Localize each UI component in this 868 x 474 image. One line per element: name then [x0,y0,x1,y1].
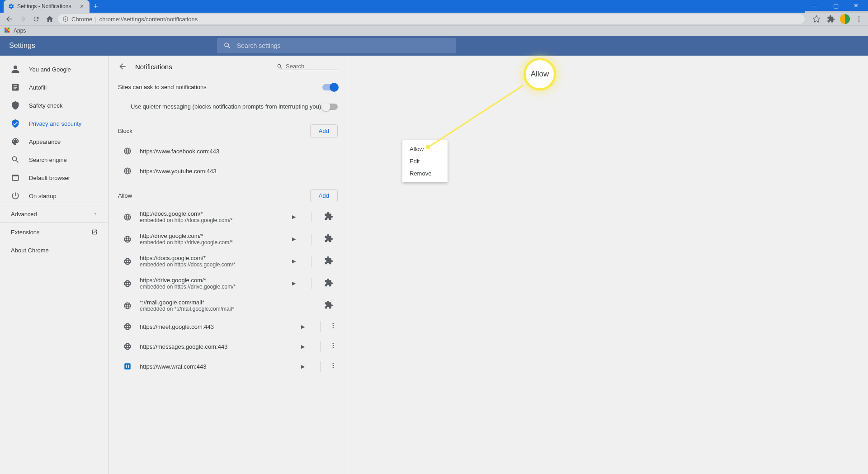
allow-site-row: https://drive.google.com/*embedded on ht… [109,272,347,294]
profile-avatar[interactable] [840,14,850,24]
svg-point-5 [333,327,334,328]
more-button[interactable] [329,322,338,332]
forward-button[interactable] [17,14,28,24]
toggle-sites-can-ask[interactable] [322,84,338,90]
arrow-icon[interactable]: ▶ [285,236,303,242]
tab-strip: Settings - Notifications × + [0,0,805,13]
sidebar-item-on-startup[interactable]: On startup [0,187,108,205]
settings-search-input[interactable] [237,42,449,49]
allow-site-row: http://drive.google.com/*embedded on htt… [109,228,347,250]
url-chip: Chrome [71,16,92,23]
more-icon [330,342,337,349]
page-back-button[interactable] [118,62,127,71]
gear-icon [8,3,14,9]
sidebar-item-you-and-google[interactable]: You and Google [0,60,108,78]
block-site-row: https://www.facebook.com:443 [109,141,347,161]
site-context-menu: Allow Edit Remove [402,140,448,182]
add-block-button[interactable]: Add [310,124,338,137]
back-button[interactable] [4,14,14,24]
more-icon [330,362,337,369]
page-search[interactable] [277,63,338,70]
svg-rect-9 [124,363,131,370]
allow-site-row: https://docs.google.com/*embedded on htt… [109,250,347,272]
arrow-icon[interactable]: ▶ [285,214,303,220]
globe-icon [123,257,132,265]
callout-circle: Allow [524,58,556,90]
globe-icon [123,322,132,331]
settings-search[interactable] [217,38,456,53]
sidebar-about[interactable]: About Chrome [0,241,108,259]
reload-button[interactable] [31,14,42,24]
open-in-new-icon [91,229,98,235]
site-favicon [123,362,132,370]
arrow-icon[interactable]: ▶ [294,364,312,370]
allow-site-row: *://mail.google.com/mail*embedded on *:/… [109,294,347,317]
more-button[interactable] [329,342,338,351]
svg-point-7 [333,345,334,346]
svg-point-10 [333,363,334,364]
site-info-icon [62,16,69,22]
browser-tab[interactable]: Settings - Notifications × [4,0,90,13]
svg-point-2 [859,20,860,22]
page-title: Notifications [135,63,172,71]
sidebar-extensions[interactable]: Extensions [0,223,108,241]
extensions-button[interactable] [826,14,836,24]
sidebar-item-privacy[interactable]: Privacy and security [0,114,108,133]
svg-point-3 [333,323,334,324]
address-bar[interactable]: Chrome | chrome://settings/content/notif… [58,14,805,24]
context-remove[interactable]: Remove [402,167,448,180]
block-section-head: Block Add [109,116,347,141]
new-tab-button[interactable]: + [90,0,102,13]
globe-icon [123,167,132,175]
arrow-icon[interactable]: ▶ [294,344,312,350]
callout-dot [426,145,430,149]
sidebar-item-safety-check[interactable]: Safety check [0,96,108,114]
sidebar-item-autofill[interactable]: Autofill [0,78,108,96]
page-search-input[interactable] [286,63,331,70]
add-allow-button[interactable]: Add [310,189,338,202]
globe-icon [123,147,132,155]
allow-site-row: https://messages.google.com:443▶ [109,337,347,356]
arrow-icon[interactable]: ▶ [285,258,303,264]
window-close-button[interactable]: ✕ [846,0,866,11]
toggle-quieter-messaging[interactable] [322,104,338,110]
home-button[interactable] [44,14,55,24]
sidebar-item-default-browser[interactable]: Default browser [0,169,108,187]
more-button[interactable] [329,362,338,371]
url-text: chrome://settings/content/notifications [99,16,198,23]
tab-title: Settings - Notifications [17,3,71,9]
extension-icon [324,256,333,265]
sidebar-item-appearance[interactable]: Appearance [0,133,108,151]
arrow-icon[interactable]: ▶ [285,280,303,286]
search-icon [277,63,283,70]
globe-icon [123,280,132,288]
block-site-row: https://www.youtube.com:443 [109,161,347,181]
extension-icon [324,300,333,309]
bookmark-star-button[interactable] [811,14,822,24]
globe-icon [123,213,132,221]
browser-toolbar: Chrome | chrome://settings/content/notif… [0,13,868,25]
sidebar: You and Google Autofill Safety check Pri… [0,56,108,474]
settings-title: Settings [9,42,35,50]
svg-point-11 [333,365,334,366]
tab-close-button[interactable]: × [79,3,85,9]
svg-point-8 [333,347,334,348]
sidebar-item-search-engine[interactable]: Search engine [0,151,108,169]
context-allow[interactable]: Allow [402,143,448,155]
allow-site-row: http://docs.google.com/*embedded on http… [109,206,347,228]
search-icon [223,42,231,50]
apps-icon[interactable] [5,28,11,34]
apps-label[interactable]: Apps [14,28,26,34]
svg-point-12 [333,367,334,368]
minimize-button[interactable]: — [805,0,826,11]
content-pane: Notifications Sites can ask to send noti… [108,56,347,474]
context-edit[interactable]: Edit [402,155,448,167]
allow-site-row: https://www.wral.com:443▶ [109,356,347,376]
arrow-icon[interactable]: ▶ [294,324,312,330]
sidebar-advanced[interactable]: Advanced [0,205,108,223]
maximize-button[interactable]: ▢ [826,0,846,11]
chrome-menu-button[interactable] [854,14,864,24]
svg-point-0 [859,16,860,18]
chevron-down-icon [93,212,98,216]
globe-icon [123,235,132,243]
